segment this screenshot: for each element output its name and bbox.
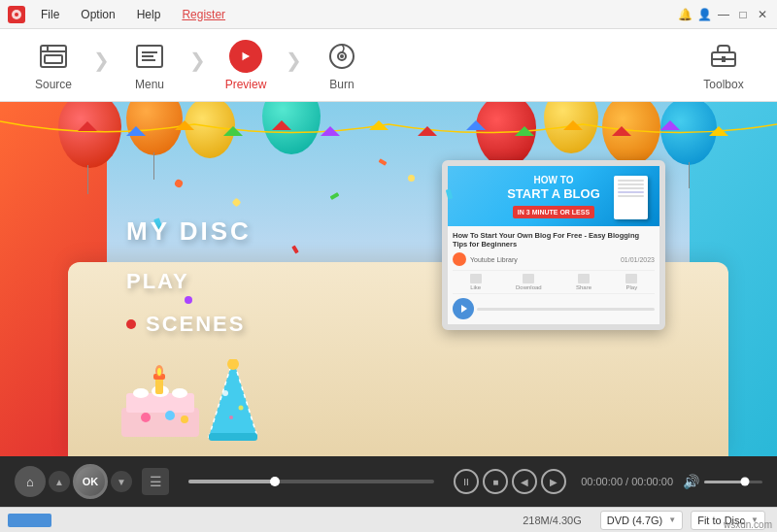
prev-button[interactable]: ◀ [512,469,537,494]
playback-controls: ⏸ ■ ◀ ▶ [454,469,566,494]
minimize-button[interactable]: — [717,8,730,21]
svg-point-49 [227,359,239,370]
toolbar: Source ❯ Menu ❯ Preview ❯ [0,29,777,102]
svg-point-36 [172,388,187,398]
time-display: 00:00:00 / 00:00:00 [581,476,673,487]
file-size-display: 218M/4.30G [508,515,596,526]
svg-point-47 [239,406,244,411]
burn-icon [324,39,359,74]
nav-up-button[interactable]: ▲ [49,471,70,492]
watermark: wsxdn.com [724,519,772,530]
svg-marker-21 [223,126,243,136]
svg-point-48 [229,416,233,419]
notification-icon[interactable]: 🔔 [678,8,692,21]
volume-slider[interactable] [704,481,762,483]
hat-decoration [204,359,262,447]
pause-button[interactable]: ⏸ [454,469,479,494]
titlebar: File Option Help Register 🔔 👤 — □ ✕ [0,0,777,29]
nav-cluster: ⌂ ▲ OK ▼ [15,464,132,499]
svg-marker-22 [272,120,291,130]
maximize-button[interactable]: □ [736,8,750,21]
svg-marker-29 [612,126,631,136]
tab-burn-label: Burn [329,78,354,91]
dvd-type-arrow: ▼ [668,515,676,524]
cake-decoration [117,359,204,442]
tab-preview[interactable]: Preview [202,32,289,98]
home-button[interactable]: ⌂ [15,466,46,497]
menu-file[interactable]: File [31,5,69,24]
progress-fill [188,480,275,483]
tab-source[interactable]: Source [10,32,97,98]
statusbar: 218M/4.30G DVD (4.7G) ▼ Fit to Disc ▼ ws… [0,507,777,532]
menu-bar: File Option Help Register [31,5,678,24]
menu-list-button[interactable]: ☰ [142,468,169,495]
controls-bar: ⌂ ▲ OK ▼ ☰ ⏸ ■ ◀ ▶ 00:00:00 / 00:00:00 🔊 [0,456,777,507]
svg-marker-44 [209,359,257,437]
tab-menu[interactable]: Menu [106,32,193,98]
menu-help[interactable]: Help [127,5,171,24]
embed-subtitle: How To Start Your Own Blog For Free - Ea… [453,231,655,249]
embed-badge: IN 3 MINUTE OR LESS [513,206,594,218]
tab-menu-label: Menu [135,78,164,91]
svg-marker-26 [466,120,486,130]
svg-rect-5 [45,55,62,63]
svg-point-34 [133,388,149,398]
embedded-screen: HOW TO START A BLOG IN 3 MINUTE OR LESS [442,160,665,330]
preview-area: MY DISC PLAY SCENES HOW TO START A BLOG … [0,102,777,456]
nav-down-button[interactable]: ▼ [111,471,132,492]
close-button[interactable]: ✕ [756,8,769,21]
source-icon [36,39,71,74]
volume-area: 🔊 [683,474,762,489]
disc-scenes: SCENES [146,305,245,344]
user-icon[interactable]: 👤 [697,8,711,21]
svg-point-46 [222,390,228,396]
app-icon [8,6,25,23]
toolbox-label: Toolbox [703,78,743,91]
progress-thumb[interactable] [270,477,280,486]
volume-icon[interactable]: 🔊 [683,474,699,489]
ok-button[interactable]: OK [73,464,108,499]
svg-point-37 [141,413,151,422]
dvd-type-label: DVD (4.7G) [607,515,662,526]
svg-marker-18 [78,121,97,131]
toolbox-icon [706,39,741,74]
svg-marker-30 [660,120,680,130]
window-controls: 🔔 👤 — □ ✕ [678,8,769,21]
next-button[interactable]: ▶ [541,469,566,494]
encode-progress [8,514,51,527]
tab-burn[interactable]: Burn [298,32,386,98]
svg-point-13 [340,54,344,58]
stop-button[interactable]: ■ [483,469,508,494]
svg-marker-25 [418,126,437,136]
progress-track[interactable] [188,480,434,483]
dvd-type-dropdown[interactable]: DVD (4.7G) ▼ [600,511,683,530]
menu-option[interactable]: Option [71,5,124,24]
disc-title: MY DISC [126,209,252,254]
preview-canvas: MY DISC PLAY SCENES HOW TO START A BLOG … [0,102,777,456]
svg-point-1 [15,13,18,17]
tab-preview-label: Preview [225,78,267,91]
menu-register[interactable]: Register [172,5,235,24]
volume-fill [704,481,745,483]
svg-point-43 [157,368,161,376]
menu-tab-icon [132,39,167,74]
volume-thumb[interactable] [741,478,750,486]
disc-play: PLAY [126,262,252,301]
svg-point-39 [181,416,188,423]
embed-title: HOW TO START A BLOG IN 3 MINUTE OR LESS [507,174,600,218]
tab-source-label: Source [35,78,72,91]
disc-menu-text: MY DISC PLAY SCENES [126,209,252,344]
preview-icon [228,39,263,74]
svg-marker-10 [242,51,251,61]
toolbox-button[interactable]: Toolbox [680,32,767,98]
svg-rect-50 [209,433,257,441]
svg-point-38 [165,411,175,420]
